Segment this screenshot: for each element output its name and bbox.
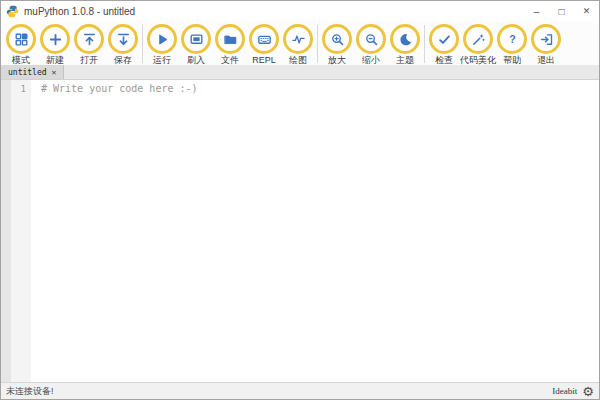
toolbar-button-files[interactable]: 文件 [213,24,247,65]
zoom-in-icon [322,24,352,54]
toolbar-button-label: 帮助 [503,55,521,65]
title-bar: muPython 1.0.8 - untitled – □ ✕ [1,1,599,21]
window-title: muPython 1.0.8 - untitled [24,6,524,17]
tidy-icon [463,24,493,54]
status-bar-right: Ideabit ⚙ [552,385,594,398]
toolbar-button-tidy[interactable]: 代码美化 [461,24,495,65]
settings-gear-icon[interactable]: ⚙ [582,385,594,398]
line-number: 1 [11,80,31,382]
tab-untitled[interactable]: untitled ✕ [1,65,64,79]
toolbar-button-plotter[interactable]: 绘图 [281,24,315,65]
theme-icon [390,24,420,54]
toolbar-button-label: 新建 [46,55,64,65]
toolbar-button-zoom-out[interactable]: 缩小 [354,24,388,65]
code-editor[interactable]: 1 # Write your code here :-) [1,80,599,382]
toolbar-button-label: 运行 [153,55,171,65]
toolbar-button-quit[interactable]: 退出 [529,24,563,65]
toolbar-button-zoom-in[interactable]: 放大 [320,24,354,65]
help-icon: ? [497,24,527,54]
tab-bar: untitled ✕ [1,65,599,80]
toolbar-button-repl[interactable]: REPL [247,24,281,65]
plotter-icon [283,24,313,54]
toolbar-button-label: 缩小 [362,55,380,65]
toolbar-button-label: 文件 [221,55,239,65]
minimize-button[interactable]: – [524,1,549,21]
code-line: # Write your code here :-) [31,80,198,382]
toolbar-button-label: REPL [252,55,276,65]
toolbar-button-label: 保存 [114,55,132,65]
toolbar-button-help[interactable]: ?帮助 [495,24,529,65]
toolbar-button-check[interactable]: 检查 [427,24,461,65]
status-bar: 未连接设备! Ideabit ⚙ [1,382,599,399]
quit-icon [531,24,561,54]
check-icon [429,24,459,54]
maximize-button[interactable]: □ [549,1,574,21]
toolbar-button-theme[interactable]: 主题 [388,24,422,65]
toolbar-separator [317,25,318,63]
toolbar-separator [142,25,143,63]
window-controls: – □ ✕ [524,1,599,21]
brand-label: Ideabit [552,386,577,396]
device-status: 未连接设备! [6,385,54,398]
toolbar-button-label: 检查 [435,55,453,65]
toolbar: 模式新建打开保存运行刷入文件REPL绘图放大缩小主题检查代码美化?帮助退出 [1,21,599,65]
app-window: muPython 1.0.8 - untitled – □ ✕ 模式新建打开保存… [0,0,600,400]
toolbar-button-label: 放大 [328,55,346,65]
toolbar-button-new[interactable]: 新建 [38,24,72,65]
toolbar-button-label: 主题 [396,55,414,65]
toolbar-separator [424,25,425,63]
save-icon [108,24,138,54]
toolbar-button-label: 绘图 [289,55,307,65]
toolbar-button-save[interactable]: 保存 [106,24,140,65]
repl-icon [249,24,279,54]
toolbar-button-label: 模式 [12,55,30,65]
new-icon [40,24,70,54]
tab-label: untitled [8,68,47,77]
toolbar-button-label: 打开 [80,55,98,65]
close-button[interactable]: ✕ [574,1,599,21]
toolbar-button-label: 刷入 [187,55,205,65]
toolbar-button-label: 退出 [537,55,555,65]
files-icon [215,24,245,54]
mode-icon [6,24,36,54]
open-icon [74,24,104,54]
breakpoint-margin [1,80,11,382]
toolbar-button-label: 代码美化 [460,55,496,65]
toolbar-button-run[interactable]: 运行 [145,24,179,65]
zoom-out-icon [356,24,386,54]
python-logo-icon [6,5,19,18]
run-icon [147,24,177,54]
toolbar-button-mode[interactable]: 模式 [4,24,38,65]
toolbar-button-open[interactable]: 打开 [72,24,106,65]
tab-close-icon[interactable]: ✕ [52,68,57,77]
flash-icon [181,24,211,54]
toolbar-button-flash[interactable]: 刷入 [179,24,213,65]
svg-text:?: ? [509,32,515,44]
